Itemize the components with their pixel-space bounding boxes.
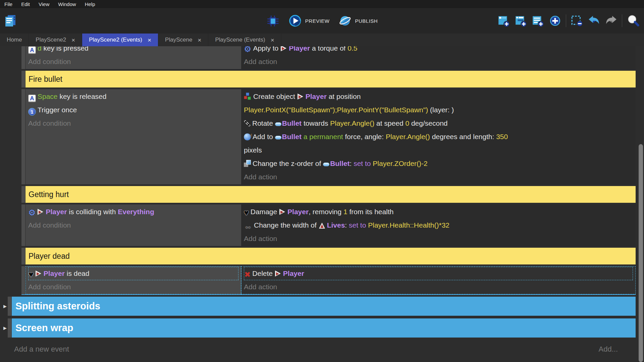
tab-close-icon[interactable]: × — [198, 37, 201, 43]
menu-item-window[interactable]: Window — [54, 1, 80, 7]
drag-handle[interactable] — [21, 204, 25, 246]
event-row: Ad key is pressedAdd condition⚙Apply to … — [21, 46, 636, 69]
add-condition-button[interactable]: Add condition — [28, 117, 241, 130]
add-event-icon[interactable] — [497, 14, 510, 27]
actions-cell[interactable]: ♥Damage Player, removing 1 from its heal… — [241, 204, 636, 246]
drag-handle[interactable] — [21, 46, 25, 69]
bullet-icon — [323, 163, 329, 166]
group-header[interactable]: Splitting asteroids — [12, 297, 636, 316]
conditions-cell[interactable]: ⚙Player is colliding with EverythingAdd … — [25, 204, 241, 246]
player-icon — [275, 270, 281, 277]
menu-item-help[interactable]: Help — [80, 1, 100, 7]
comment-bar[interactable]: Getting hurt — [25, 186, 636, 203]
menu-item-file[interactable]: File — [0, 1, 17, 7]
add-action-button[interactable]: Add action — [244, 170, 636, 184]
add-condition-button[interactable]: Add condition — [28, 280, 241, 294]
drag-handle[interactable] — [21, 71, 25, 87]
comment-row: Player dead — [21, 248, 636, 264]
add-condition-button[interactable]: Add condition — [28, 55, 241, 68]
player-icon — [35, 270, 42, 277]
comment-bar[interactable]: Player dead — [25, 248, 636, 264]
add-new-event-button[interactable]: Add a new event — [14, 345, 69, 354]
tab-bar: HomePlayScene2×PlayScene2 (Events)×PlayS… — [0, 34, 644, 46]
zorder-icon — [244, 160, 251, 167]
add-subevent-icon[interactable] — [515, 14, 527, 27]
event-row: ASpace key is released1Trigger onceAdd c… — [21, 89, 636, 184]
bullet-icon — [275, 122, 281, 126]
publish-button[interactable]: PUBLISH — [338, 14, 378, 27]
tab-label: PlayScene2 — [36, 37, 66, 43]
add-action-button[interactable]: Add action — [244, 280, 636, 294]
condition-line[interactable]: ♥Player is dead — [28, 267, 238, 280]
trigger-once-icon: 1 — [28, 108, 36, 116]
preview-button[interactable]: PREVIEW — [288, 14, 330, 27]
actions-cell[interactable]: Create object Player at position Player.… — [241, 89, 636, 184]
add-new-icon[interactable] — [549, 14, 561, 27]
drag-handle[interactable] — [21, 89, 25, 184]
collapse-arrow-icon[interactable]: ▶ — [3, 318, 7, 338]
condition-line[interactable]: ASpace key is released — [28, 90, 241, 103]
remove-selection-icon[interactable] — [571, 14, 583, 27]
add-action-button[interactable]: Add action — [244, 232, 636, 245]
search-icon[interactable] — [627, 14, 640, 27]
add-condition-button[interactable]: Add condition — [28, 219, 241, 232]
publish-label: PUBLISH — [355, 18, 378, 24]
comment-row: Getting hurt — [21, 186, 636, 203]
group-header[interactable]: Screen wrap — [12, 318, 636, 338]
tab-home[interactable]: Home — [0, 34, 29, 46]
drag-handle[interactable] — [21, 186, 25, 203]
tab-label: Home — [7, 37, 22, 43]
add-button[interactable]: Add... — [599, 345, 618, 354]
tab-playscene-events-[interactable]: PlayScene (Events)× — [208, 34, 281, 46]
menu-item-edit[interactable]: Edit — [17, 1, 34, 7]
action-line[interactable]: Add to Bullet a permanent force, angle: … — [244, 130, 636, 157]
toolbar: PREVIEW PUBLISH — [0, 8, 644, 34]
drag-handle[interactable] — [21, 248, 25, 264]
width-icon: ↔ — [244, 222, 252, 230]
condition-line[interactable]: ⚙Player is colliding with Everything — [28, 205, 241, 219]
tab-close-icon[interactable]: × — [71, 37, 75, 43]
action-line[interactable]: Rotate Bullet towards Player.Angle() at … — [244, 117, 636, 130]
tab-close-icon[interactable]: × — [271, 37, 274, 43]
tab-playscene2-events-[interactable]: PlayScene2 (Events)× — [82, 34, 158, 46]
tab-label: PlayScene2 (Events) — [89, 37, 142, 43]
collapse-arrow-icon[interactable]: ▶ — [3, 297, 7, 316]
drag-handle[interactable] — [21, 266, 25, 294]
add-action-button[interactable]: Add action — [244, 55, 636, 68]
tab-close-icon[interactable]: × — [148, 37, 151, 43]
action-line[interactable]: Create object Player at position Player.… — [244, 90, 636, 117]
action-line[interactable]: Change the z-order of Bullet: set to Pla… — [244, 157, 636, 170]
comment-bar[interactable]: Fire bullet — [25, 71, 636, 87]
toolbar-separator — [622, 14, 622, 27]
tab-label: PlayScene — [165, 37, 192, 43]
menu-item-view[interactable]: View — [34, 1, 54, 7]
player-icon — [280, 46, 287, 52]
add-comment-icon[interactable] — [532, 14, 544, 27]
project-manager-button[interactable] — [3, 14, 17, 28]
condition-line[interactable]: Ad key is pressed — [28, 46, 241, 55]
preview-play-icon — [288, 14, 302, 27]
condition-line[interactable]: 1Trigger once — [28, 103, 241, 117]
drag-handle[interactable] — [8, 318, 11, 338]
debug-icon[interactable] — [266, 14, 280, 27]
action-line[interactable]: ⚙Apply to Player a torque of 0.5 — [244, 46, 636, 55]
event-row: ⚙Player is colliding with EverythingAdd … — [21, 204, 636, 246]
actions-cell[interactable]: ✖Delete PlayerAdd action — [241, 266, 636, 294]
create-object-icon — [244, 93, 252, 100]
tab-playscene[interactable]: PlayScene× — [158, 34, 208, 46]
redo-icon[interactable] — [605, 14, 618, 27]
action-line[interactable]: ↔Change the width of Lives: set to Playe… — [244, 219, 636, 232]
vertical-scrollbar — [638, 46, 644, 362]
drag-handle[interactable] — [8, 297, 11, 316]
force-icon — [244, 133, 251, 140]
conditions-cell[interactable]: ASpace key is released1Trigger onceAdd c… — [25, 89, 241, 184]
undo-icon[interactable] — [588, 14, 600, 27]
tab-playscene2[interactable]: PlayScene2× — [29, 34, 82, 46]
scrollbar-thumb[interactable] — [639, 144, 643, 362]
conditions-cell[interactable]: ♥Player is deadAdd condition — [25, 266, 241, 294]
actions-cell[interactable]: ⚙Apply to Player a torque of 0.5Add acti… — [241, 46, 636, 69]
group-row: ▶Splitting asteroids — [3, 297, 636, 316]
conditions-cell[interactable]: Ad key is pressedAdd condition — [25, 46, 241, 69]
action-line[interactable]: ✖Delete Player — [244, 267, 633, 280]
action-line[interactable]: ♥Damage Player, removing 1 from its heal… — [244, 205, 636, 219]
